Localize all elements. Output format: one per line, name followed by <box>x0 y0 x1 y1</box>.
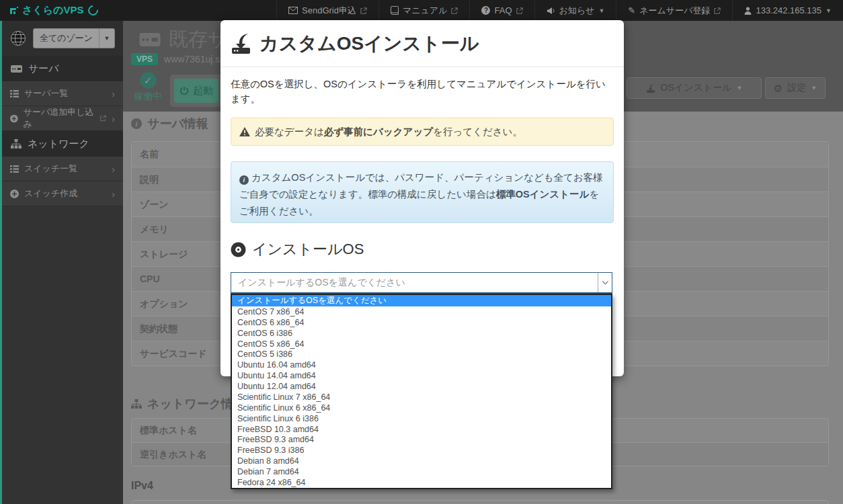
nav-account[interactable]: 133.242.165.135 ▼ <box>732 0 843 21</box>
plus-circle-icon <box>10 190 19 198</box>
info-icon: i <box>239 175 249 185</box>
server-icon <box>11 65 22 73</box>
brand-label: さくらのVPS <box>22 4 83 17</box>
nav-news[interactable]: お知らせ ▼ <box>534 0 616 21</box>
megaphone-icon <box>547 7 555 15</box>
nav-label: SendGrid申込 <box>302 5 356 17</box>
os-select-value: インストールするOSを選んでください <box>231 273 598 292</box>
os-install-button-label: OSインストール <box>661 82 732 94</box>
navbar-links: SendGrid申込 マニュアル ? FAQ お知らせ ▼ ✎ ネームサーバ登録 <box>276 0 843 21</box>
top-navbar: さくらのVPS SendGrid申込 マニュアル ? FAQ お知らせ <box>0 0 843 21</box>
globe-icon <box>10 30 26 46</box>
nav-label: マニュアル <box>403 5 448 17</box>
nav-label: お知らせ <box>559 5 595 17</box>
os-option[interactable]: Ubuntu 12.04 amd64 <box>232 381 611 392</box>
status-check-icon: ✓ <box>140 72 157 89</box>
os-install-icon <box>646 83 656 93</box>
plus-circle-icon <box>10 114 18 123</box>
nav-faq[interactable]: ? FAQ <box>469 0 534 21</box>
book-icon <box>391 6 399 15</box>
sidebar-item-server-add[interactable]: サーバ追加申し込み › <box>2 106 123 131</box>
modal-title: カスタムOSインストール <box>259 31 479 56</box>
os-option[interactable]: Debian 8 amd64 <box>232 456 611 466</box>
os-option[interactable]: FreeBSD 9.3 amd64 <box>232 435 611 446</box>
nav-label: ネームサーバ登録 <box>639 5 710 17</box>
custom-os-info-alert: iカスタムOSインストールでは、パスワード、パーティションなども全てお客様ご自身… <box>231 161 614 223</box>
disc-icon <box>231 242 246 257</box>
sidebar-item-label: サーバ一覧 <box>24 87 69 99</box>
external-link-icon <box>100 115 106 122</box>
nav-sendgrid[interactable]: SendGrid申込 <box>276 0 378 21</box>
status-label: 稼働中 <box>127 91 169 103</box>
warning-icon <box>239 127 250 136</box>
gear-icon: ⚙ <box>774 83 782 93</box>
os-option[interactable]: CentOS 6 i386 <box>232 328 611 339</box>
nav-label: 133.242.165.135 <box>756 5 821 15</box>
sidebar-item-switch-list[interactable]: スイッチ一覧 › <box>2 157 123 181</box>
os-install-dropdown-button[interactable]: OSインストール ▼ <box>627 77 762 99</box>
chevron-right-icon: › <box>112 188 115 200</box>
os-select-dropdown-list: インストールするOSを選んでください CentOS 7 x86_64 CentO… <box>231 294 612 489</box>
nav-label: FAQ <box>494 5 512 15</box>
os-option[interactable]: Ubuntu 16.04 amd64 <box>232 360 611 370</box>
os-option[interactable]: Ubuntu 14.04 amd64 <box>232 370 611 381</box>
os-option[interactable]: CentOS 7 x86_64 <box>232 306 611 317</box>
brand-logo[interactable]: さくらのVPS <box>0 0 108 21</box>
warning-text: 必要なデータは必ず事前にバックアップを行ってください。 <box>255 126 522 138</box>
os-option[interactable]: FreeBSD 9.3 i386 <box>232 445 611 456</box>
heading-label: インストールOS <box>252 239 364 259</box>
server-info-heading: i サーバ情報 <box>131 116 208 132</box>
os-option[interactable]: FreeBSD 10.3 amd64 <box>232 424 611 435</box>
sakura-mark-icon <box>9 6 19 15</box>
os-option[interactable]: Scientific Linux 6 i386 <box>232 413 611 424</box>
os-option[interactable]: インストールするOSを選んでください <box>232 295 611 306</box>
modal-description: 任意のOSを選択し、OSのインストーラを利用してマニュアルでインストールを行いま… <box>231 77 614 107</box>
section-label: サーバ <box>28 62 59 75</box>
list-icon <box>10 90 19 97</box>
boot-button[interactable]: 起動 <box>174 79 218 103</box>
sitemap-icon <box>11 139 22 149</box>
os-install-icon <box>231 32 253 55</box>
sidebar-item-label: スイッチ一覧 <box>24 163 77 175</box>
chevron-down-icon: ▼ <box>736 85 742 91</box>
chevron-down-icon: ▼ <box>811 85 817 91</box>
nav-manual[interactable]: マニュアル <box>378 0 470 21</box>
settings-dropdown-button[interactable]: ⚙ 設定 ▼ <box>765 77 826 99</box>
install-os-heading: インストールOS <box>231 239 364 259</box>
external-link-icon <box>516 7 523 14</box>
envelope-icon <box>288 7 298 14</box>
sitemap-icon <box>131 399 142 409</box>
power-icon <box>179 86 189 95</box>
section-label: ネットワーク <box>28 138 89 151</box>
sidebar-item-switch-create[interactable]: スイッチ作成 › <box>2 181 123 206</box>
modal-header: カスタムOSインストール <box>220 20 624 67</box>
user-icon <box>744 7 752 15</box>
os-option[interactable]: CentOS 5 x86_64 <box>232 339 611 349</box>
sidebar: 全てのゾーン ▼ サーバ サーバ一覧 › サーバ追加申し込み › ネットワーク … <box>0 21 123 504</box>
zone-select[interactable]: 全てのゾーン ▼ <box>33 28 115 48</box>
zone-select-value: 全てのゾーン <box>34 29 99 48</box>
os-option[interactable]: CentOS 5 i386 <box>232 349 611 360</box>
os-option[interactable]: Fedora 24 x86_64 <box>232 477 611 488</box>
os-option[interactable]: Debian 7 amd64 <box>232 466 611 477</box>
vps-badge: VPS <box>131 53 158 65</box>
os-option[interactable]: CentOS 6 x86_64 <box>232 317 611 328</box>
sidebar-item-server-list[interactable]: サーバ一覧 › <box>2 81 123 106</box>
question-icon: ? <box>481 6 490 15</box>
os-select[interactable]: インストールするOSを選んでください <box>231 272 612 294</box>
server-icon <box>139 33 161 46</box>
server-status: ✓ 稼働中 <box>127 72 169 103</box>
chevron-right-icon: › <box>112 113 115 124</box>
os-option[interactable]: Scientific Linux 7 x86_64 <box>232 392 611 403</box>
boot-button-label: 起動 <box>193 85 213 97</box>
sidebar-item-label: サーバ追加申し込み <box>24 106 95 130</box>
chevron-down-icon: ▼ <box>598 7 604 14</box>
sidebar-section-network: ネットワーク <box>2 131 123 157</box>
external-link-icon <box>360 7 367 14</box>
chevron-down-icon: ▼ <box>99 29 114 48</box>
sidebar-section-server: サーバ <box>2 56 123 81</box>
os-option[interactable]: Scientific Linux 6 x86_64 <box>232 403 611 413</box>
ipv4-table-partial <box>131 500 829 504</box>
nav-nameserver[interactable]: ✎ ネームサーバ登録 <box>616 0 732 21</box>
external-link-icon <box>451 7 458 14</box>
